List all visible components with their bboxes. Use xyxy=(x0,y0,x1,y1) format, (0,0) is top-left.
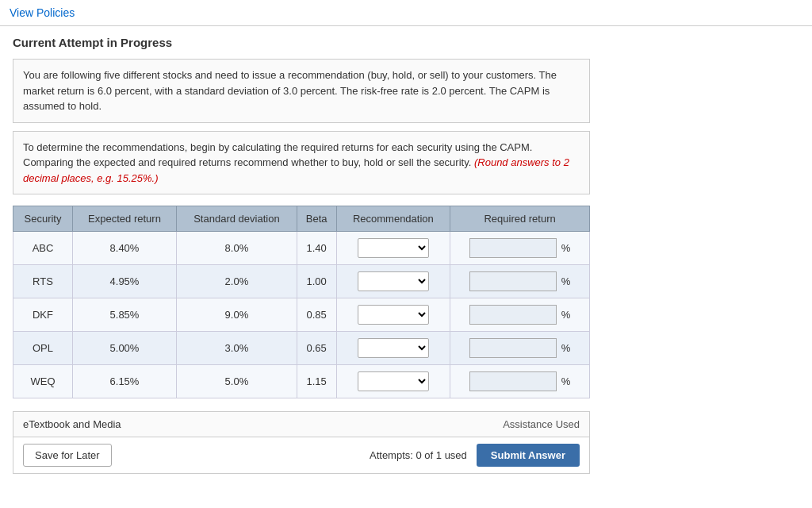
cell-standard-deviation: 2.0% xyxy=(177,265,297,298)
cell-expected-return: 5.85% xyxy=(72,298,176,332)
cell-standard-deviation: 3.0% xyxy=(177,332,297,365)
required-return-input[interactable] xyxy=(469,305,557,325)
cell-standard-deviation: 8.0% xyxy=(177,232,297,265)
main-content: Current Attempt in Progress You are foll… xyxy=(0,26,603,483)
right-actions: Attempts: 0 of 1 used Submit Answer xyxy=(370,444,580,467)
cell-security: OPL xyxy=(13,332,73,365)
cell-recommendation[interactable]: BuyHoldSell xyxy=(336,232,450,265)
etextbook-label: eTextbook and Media xyxy=(23,418,121,430)
table-row: RTS4.95%2.0%1.00BuyHoldSell% xyxy=(13,265,590,298)
instruction-text: To determine the recommendations, begin … xyxy=(13,131,590,195)
percent-sign: % xyxy=(560,309,571,321)
header-security: Security xyxy=(13,206,73,232)
submit-answer-button[interactable]: Submit Answer xyxy=(477,444,580,467)
cell-expected-return: 5.00% xyxy=(72,332,176,365)
percent-sign: % xyxy=(560,275,571,287)
header-recommendation: Recommendation xyxy=(336,206,450,232)
cell-recommendation[interactable]: BuyHoldSell xyxy=(336,265,450,298)
recommendation-select[interactable]: BuyHoldSell xyxy=(358,305,429,325)
cell-security: DKF xyxy=(13,298,73,332)
required-return-input[interactable] xyxy=(469,371,557,391)
attempts-text: Attempts: 0 of 1 used xyxy=(370,449,467,461)
cell-beta: 0.85 xyxy=(297,298,336,332)
cell-beta: 1.40 xyxy=(297,232,336,265)
table-row: WEQ6.15%5.0%1.15BuyHoldSell% xyxy=(13,365,590,398)
cell-recommendation[interactable]: BuyHoldSell xyxy=(336,365,450,398)
header-standard-deviation: Standard deviation xyxy=(177,206,297,232)
stocks-table: Security Expected return Standard deviat… xyxy=(13,206,590,398)
cell-recommendation[interactable]: BuyHoldSell xyxy=(336,332,450,365)
cell-required-return[interactable]: % xyxy=(450,232,590,265)
recommendation-select[interactable]: BuyHoldSell xyxy=(358,238,429,258)
percent-sign: % xyxy=(560,342,571,354)
footer-bar: eTextbook and Media Assistance Used Save… xyxy=(13,411,590,474)
recommendation-select[interactable]: BuyHoldSell xyxy=(358,371,429,391)
cell-expected-return: 6.15% xyxy=(72,365,176,398)
cell-required-return[interactable]: % xyxy=(450,298,590,332)
table-row: DKF5.85%9.0%0.85BuyHoldSell% xyxy=(13,298,590,332)
cell-standard-deviation: 9.0% xyxy=(177,298,297,332)
header-beta: Beta xyxy=(297,206,336,232)
required-return-input[interactable] xyxy=(469,271,557,291)
action-row: Save for Later Attempts: 0 of 1 used Sub… xyxy=(13,437,589,473)
cell-security: ABC xyxy=(13,232,73,265)
header-required-return: Required return xyxy=(450,206,590,232)
required-return-input[interactable] xyxy=(469,338,557,358)
assistance-used-label: Assistance Used xyxy=(503,418,580,430)
cell-required-return[interactable]: % xyxy=(450,265,590,298)
cell-required-return[interactable]: % xyxy=(450,365,590,398)
cell-beta: 1.15 xyxy=(297,365,336,398)
recommendation-select[interactable]: BuyHoldSell xyxy=(358,338,429,358)
etextbook-row: eTextbook and Media Assistance Used xyxy=(13,412,589,437)
percent-sign: % xyxy=(560,375,571,387)
attempt-title: Current Attempt in Progress xyxy=(13,36,590,49)
cell-security: RTS xyxy=(13,265,73,298)
table-row: OPL5.00%3.0%0.65BuyHoldSell% xyxy=(13,332,590,365)
recommendation-select[interactable]: BuyHoldSell xyxy=(358,271,429,291)
table-row: ABC8.40%8.0%1.40BuyHoldSell% xyxy=(13,232,590,265)
table-header-row: Security Expected return Standard deviat… xyxy=(13,206,590,232)
view-policies-link[interactable]: View Policies xyxy=(10,6,75,19)
cell-beta: 1.00 xyxy=(297,265,336,298)
description-text: You are following five different stocks … xyxy=(13,59,590,123)
cell-required-return[interactable]: % xyxy=(450,332,590,365)
save-for-later-button[interactable]: Save for Later xyxy=(23,444,112,467)
top-bar: View Policies xyxy=(0,0,812,26)
cell-security: WEQ xyxy=(13,365,73,398)
cell-beta: 0.65 xyxy=(297,332,336,365)
cell-expected-return: 4.95% xyxy=(72,265,176,298)
header-expected-return: Expected return xyxy=(72,206,176,232)
required-return-input[interactable] xyxy=(469,238,557,258)
percent-sign: % xyxy=(560,242,571,254)
cell-recommendation[interactable]: BuyHoldSell xyxy=(336,298,450,332)
cell-standard-deviation: 5.0% xyxy=(177,365,297,398)
cell-expected-return: 8.40% xyxy=(72,232,176,265)
